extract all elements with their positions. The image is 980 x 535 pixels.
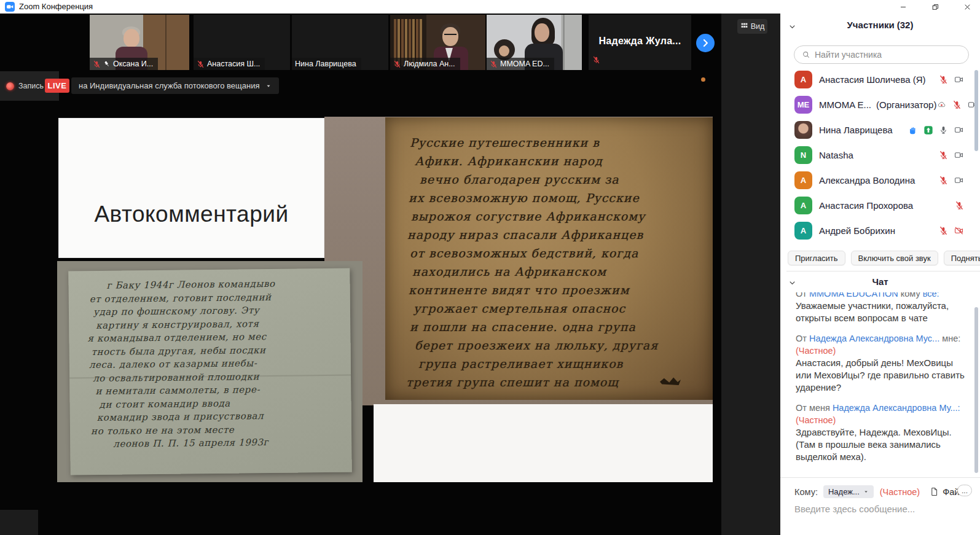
participant-status-icons — [939, 176, 964, 185]
participant-name: Андрей Бобрихин — [819, 225, 895, 236]
search-participant-input[interactable]: Найти участника — [794, 45, 969, 64]
tile-name: Надежда Жула... — [589, 36, 691, 47]
handwritten-line: их всевозможную помощ, Русские — [409, 189, 707, 207]
video-tile[interactable]: MMOMA ED... — [487, 15, 582, 70]
message-sender: Надежда Александровна Мус... — [809, 472, 939, 473]
participants-list: ААнастасия Шоличева (Я)MEMMOMA E...(Орга… — [780, 67, 980, 243]
message-input[interactable]: Введите здесь сообщение... — [794, 504, 966, 514]
search-placeholder: Найти участника — [815, 50, 882, 60]
restore-button[interactable] — [928, 1, 942, 12]
window-controls — [896, 0, 974, 14]
mic-muted-icon — [939, 150, 948, 160]
camera-icon — [954, 75, 964, 84]
pin-icon — [103, 60, 111, 68]
screen-share-icon — [923, 125, 933, 135]
chat-messages: От MMOMA EDUCATION кому все:Уважаемые уч… — [796, 292, 965, 473]
zoom-app-icon — [5, 2, 15, 12]
action-button-включить-свой-звук[interactable]: Включить свой звук — [851, 251, 938, 265]
participant-row[interactable]: NNatasha — [780, 143, 980, 168]
mic-muted-icon — [393, 60, 401, 68]
participant-name: Анастасия Шоличева (Я) — [819, 74, 926, 85]
mic-muted-icon — [939, 226, 948, 235]
handwritten-line: вырожоя согуствие Африканскому — [411, 207, 707, 225]
video-tile[interactable]: Людмила Ан... — [390, 15, 485, 70]
chat-scrollbar[interactable] — [974, 307, 978, 473]
close-button[interactable] — [960, 1, 974, 12]
participant-row[interactable]: MEMMOMA E...(Организатор) — [780, 92, 980, 117]
mic-muted-icon — [952, 100, 962, 109]
chat-message: От меня Надежда Александровна Му...: (Ча… — [796, 402, 965, 463]
title-bar: Zoom Конференция — [0, 0, 980, 14]
mic-icon — [939, 125, 948, 135]
participant-status-icons — [908, 125, 964, 135]
more-options-button[interactable]: ... — [957, 485, 972, 496]
tile-name: MMOMA ED... — [500, 60, 549, 68]
mic-muted-icon — [939, 176, 948, 185]
handwritten-line: от всевозможных бедствий, когда — [410, 244, 707, 262]
action-button-пригласить[interactable]: Пригласить — [788, 251, 845, 265]
tile-label: Анастасия Ш... — [194, 58, 265, 70]
recipient-dropdown[interactable]: Надеж... — [823, 485, 874, 498]
stream-destination-dropdown[interactable]: на Индивидуальная служба потокового веща… — [71, 77, 279, 94]
camera-icon — [954, 125, 964, 135]
chat-message: От MMOMA EDUCATION кому все:Уважаемые уч… — [796, 292, 965, 324]
privacy-label: (Частное) — [880, 487, 920, 497]
chat-message: От Надежда Александровна Мус... мне: (Ча… — [796, 471, 965, 473]
avatar — [794, 121, 812, 139]
caret-down-icon — [265, 83, 272, 89]
video-tile[interactable]: Нина Лаврищева — [292, 15, 388, 70]
slide-title-card: Автокомментарий — [58, 118, 324, 258]
meeting-area: Оксана И...Анастасия Ш...Нина ЛаврищеваЛ… — [0, 14, 780, 535]
message-recipient: мне: — [939, 334, 960, 343]
view-button[interactable]: Вид — [737, 19, 767, 34]
tile-label: Нина Лаврищева — [292, 58, 361, 70]
camera-off-icon — [954, 226, 964, 235]
participant-status-icons — [936, 100, 978, 109]
participant-role: (Организатор) — [876, 100, 936, 110]
message-sender: MMOMA EDUCATION — [809, 292, 898, 299]
gallery-grid-icon — [740, 21, 748, 31]
recipient-label: Кому: — [794, 487, 818, 497]
participants-title: Участники (32) — [780, 20, 980, 30]
message-text: Анастасия, добрый день! МехОвицы или Мех… — [796, 357, 965, 394]
chat-title: Чат — [780, 276, 980, 287]
message-prefix: От — [796, 472, 809, 473]
mic-muted-icon — [955, 201, 964, 210]
message-header: От Надежда Александровна Мус... мне: (Ча… — [796, 332, 965, 357]
status-dot — [701, 77, 705, 82]
handwritten-line: континенте видят что проезжим — [409, 281, 707, 299]
participant-row[interactable]: ААлександра Володина — [780, 168, 980, 193]
participant-name: MMOMA E... — [819, 100, 871, 110]
message-recipient: кому — [898, 292, 920, 299]
participant-row[interactable]: ААнастасия Прохорова — [780, 193, 980, 218]
handwritten-line: Русские путешественники в — [410, 133, 707, 152]
avatar: N — [794, 146, 812, 164]
avatar: А — [794, 71, 812, 88]
video-tile[interactable]: Анастасия Ш... — [194, 15, 290, 70]
cloud-recording-icon — [936, 100, 947, 109]
message-prefix: От — [796, 334, 809, 343]
participant-row[interactable]: ААнастасия Шоличева (Я) — [780, 67, 980, 92]
message-text: (Там в прошлые века занимались выделкой … — [796, 439, 965, 463]
bottom-left-strip — [0, 510, 38, 535]
recipient-value: Надеж... — [828, 487, 860, 496]
slide-white-area — [374, 404, 713, 482]
handwritten-line: находились на Африканском — [412, 262, 707, 281]
action-button-поднять-руку[interactable]: Поднять руку — [944, 251, 980, 265]
message-private-tag: (Частное) — [796, 415, 836, 425]
message-prefix: От меня — [796, 403, 833, 413]
minimize-button[interactable] — [896, 1, 910, 12]
next-participants-button[interactable] — [696, 34, 715, 52]
left-document-paper: г Баку 1944г Леонов командывоет отделенн… — [68, 268, 351, 475]
tile-name: Нина Лаврищева — [295, 60, 356, 68]
chat-compose: Кому: Надеж... (Частное) Файл ... Введит… — [780, 477, 980, 535]
participants-scrollbar[interactable] — [974, 70, 978, 151]
side-panel: Участники (32) Найти участника ААнастаси… — [780, 0, 980, 535]
mic-muted-icon — [490, 60, 498, 68]
participant-status-icons — [955, 201, 964, 210]
participant-row[interactable]: Нина Лаврищева — [780, 117, 980, 143]
video-tile[interactable]: Оксана И... — [90, 15, 189, 70]
participant-row[interactable]: ААндрей Бобрихин — [780, 218, 980, 243]
video-tile[interactable]: Надежда Жула... — [589, 15, 691, 70]
participant-status-icons — [939, 150, 964, 160]
